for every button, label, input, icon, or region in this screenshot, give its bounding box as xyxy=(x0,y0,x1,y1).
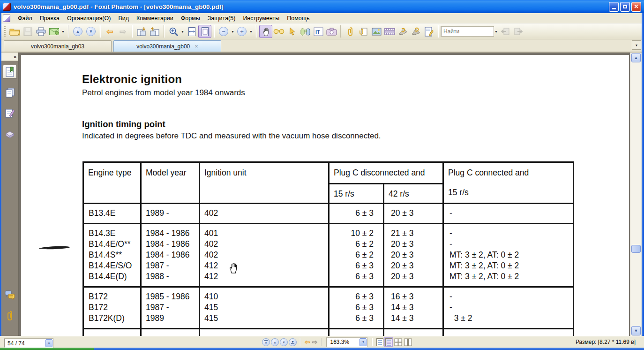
table-cell-engine: B13.4E xyxy=(83,204,141,224)
scroll-down-button[interactable]: ▼ xyxy=(631,326,641,335)
find-button[interactable] xyxy=(299,25,312,38)
first-page-button[interactable]: ▲ xyxy=(262,338,270,346)
start-button-sliver[interactable] xyxy=(0,348,94,350)
attach-page-button[interactable] xyxy=(357,25,370,38)
select-annotation-button[interactable] xyxy=(285,25,299,38)
search-dropdown[interactable]: ▼ xyxy=(494,25,499,38)
attach-file-button[interactable] xyxy=(344,25,357,38)
page-dropdown-icon[interactable]: ▼ xyxy=(45,339,52,347)
highlight-annotation-button[interactable] xyxy=(409,25,422,38)
reading-glasses-button[interactable] xyxy=(272,25,285,38)
email-button[interactable] xyxy=(47,25,60,38)
table-cell-disc42: 20 ± 3 xyxy=(384,204,443,224)
attachments-panel-button[interactable] xyxy=(3,309,17,323)
table-row-group: B172B172B172K(D)1985 - 19861987 -1989410… xyxy=(83,287,574,329)
comments-edit-panel-button[interactable] xyxy=(3,106,17,120)
plug-connected-label: Plug C connected and xyxy=(448,168,570,178)
continuous-layout-button[interactable] xyxy=(385,338,392,346)
fit-page-button[interactable] xyxy=(198,25,211,38)
next-view-button[interactable]: ▼ xyxy=(84,25,97,38)
snapshot-button[interactable] xyxy=(325,25,338,38)
insert-video-button[interactable] xyxy=(383,25,396,38)
single-page-layout-button[interactable] xyxy=(376,338,383,346)
scroll-up-button[interactable]: ▲ xyxy=(631,53,641,62)
search-input[interactable] xyxy=(441,27,494,36)
zoom-dropdown-icon[interactable]: ▼ xyxy=(359,338,367,346)
print-button[interactable] xyxy=(34,25,47,38)
menu-item[interactable]: Правка xyxy=(36,14,63,23)
pencil-annotation-button[interactable] xyxy=(396,25,409,38)
fit-width-button[interactable] xyxy=(185,25,198,38)
zoom-level-field[interactable]: 163.3% ▼ xyxy=(327,338,367,347)
document-view[interactable]: Elektronic ignition Petrol engines from … xyxy=(19,53,630,336)
hand-tool-button[interactable] xyxy=(259,25,272,38)
tab-volvo300mania_gb03[interactable]: volvo300mania_gb03 xyxy=(4,40,112,52)
menu-item[interactable]: Инструменты xyxy=(239,14,283,23)
toolbar-grip[interactable] xyxy=(4,26,6,37)
document-menu-icon[interactable] xyxy=(3,15,10,22)
image-icon xyxy=(372,28,382,36)
page-pencil-icon xyxy=(5,108,15,118)
extract-pages-button[interactable] xyxy=(148,25,161,38)
film-icon xyxy=(384,28,395,35)
restore-button[interactable] xyxy=(620,2,630,12)
open-button[interactable] xyxy=(8,25,21,38)
select-text-button[interactable]: IT xyxy=(312,25,325,38)
page-number-value[interactable]: 54 / 74 xyxy=(5,340,45,347)
edit-form-button[interactable] xyxy=(422,25,435,38)
table-cell-clipped xyxy=(384,329,443,336)
previous-view-status-button[interactable]: ⇦ xyxy=(305,339,310,345)
find-previous-button xyxy=(499,25,512,38)
zoom-out-button[interactable]: − xyxy=(217,25,230,38)
menu-item[interactable]: Организация(О) xyxy=(63,14,114,23)
pages-panel-button[interactable] xyxy=(3,85,17,99)
zoom-level-value[interactable]: 163.3% xyxy=(327,339,359,345)
menu-item[interactable]: Помощь xyxy=(283,14,313,23)
continuous-facing-layout-button[interactable] xyxy=(404,338,412,346)
layers-panel-button[interactable] xyxy=(3,127,17,141)
pdf-page[interactable]: Elektronic ignition Petrol engines from … xyxy=(21,55,629,336)
col-header-engine-type: Engine type xyxy=(83,162,141,204)
scrollbar-thumb[interactable] xyxy=(631,245,641,253)
next-page-button[interactable]: ▼ xyxy=(280,338,288,346)
expand-panels-button[interactable]: » xyxy=(1,53,18,61)
table-row-clipped xyxy=(83,329,574,336)
table-cell-clipped xyxy=(329,329,384,336)
bookmarks-panel-button[interactable] xyxy=(3,65,17,79)
page-number-field[interactable]: 54 / 74 ▼ xyxy=(4,339,53,348)
zoom-tool-dropdown[interactable]: ▼ xyxy=(180,25,185,38)
close-button[interactable]: ✕ xyxy=(631,2,641,12)
col-header-ignition-unit: Ignition unit xyxy=(200,162,329,204)
email-dropdown[interactable]: ▼ xyxy=(60,25,66,38)
last-page-button[interactable]: ▼ xyxy=(289,338,297,346)
menu-item[interactable]: Файл xyxy=(14,14,36,23)
tab-close-icon[interactable]: × xyxy=(195,43,198,50)
insert-image-button[interactable] xyxy=(370,25,383,38)
back-button[interactable]: ⇦ xyxy=(103,25,116,38)
circle-up-icon: ▲ xyxy=(73,27,82,36)
menu-item[interactable]: Вид xyxy=(114,14,133,23)
previous-page-button[interactable]: ▲ xyxy=(271,338,279,346)
table-cell-disc15: 6 ± 3 xyxy=(329,204,384,224)
table-cell-clipped xyxy=(83,329,141,336)
minimize-button[interactable] xyxy=(609,2,619,12)
comments-panel-button[interactable] xyxy=(3,288,17,302)
zoom-tool-button[interactable] xyxy=(167,25,180,38)
tab-volvo300mania_gb00[interactable]: volvo300mania_gb00× xyxy=(113,40,221,52)
taskbar-strip xyxy=(94,348,644,350)
table-cell-disc42: 21 ± 320 ± 320 ± 320 ± 320 ± 3 xyxy=(384,224,443,287)
table-cell-clipped xyxy=(443,329,574,336)
menu-item[interactable]: Защита(5) xyxy=(204,14,240,23)
vertical-scrollbar[interactable]: ▲ ▼ xyxy=(630,53,641,336)
zoom-out-dropdown[interactable]: ▼ xyxy=(230,25,235,38)
facing-layout-button[interactable] xyxy=(394,338,402,346)
tab-list-dropdown[interactable]: ▼ xyxy=(632,40,641,50)
insert-pages-button[interactable] xyxy=(135,25,148,38)
previous-view-button[interactable]: ▲ xyxy=(71,25,84,38)
col-header-model-year: Model year xyxy=(141,162,200,204)
printer-icon xyxy=(36,27,46,36)
zoom-in-button[interactable]: + xyxy=(235,25,248,38)
zoom-in-dropdown[interactable]: ▼ xyxy=(248,25,254,38)
menu-item[interactable]: Формы xyxy=(177,14,204,23)
menu-item[interactable]: Комментарии xyxy=(133,14,177,23)
